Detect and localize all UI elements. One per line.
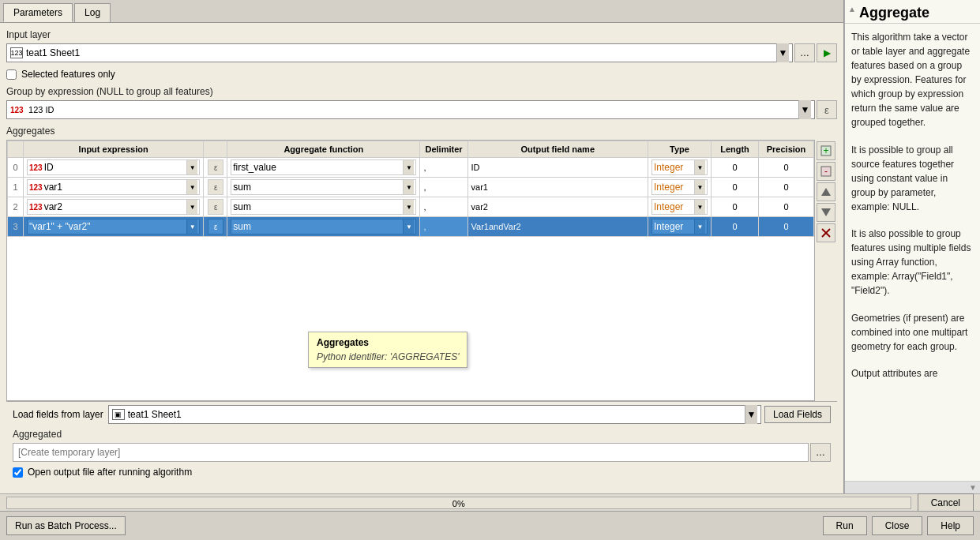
input-layer-refresh-btn[interactable]: ▶ (817, 43, 837, 62)
row3-input[interactable]: "var1" + "var2" ▼ (24, 217, 204, 237)
row1-agg-func[interactable]: sum ▼ (227, 178, 420, 197)
batch-process-button[interactable]: Run as Batch Process... (6, 516, 126, 535)
input-layer-combo[interactable]: 123 teat1 Sheet1 ▼ (6, 43, 793, 62)
aggregated-input[interactable] (13, 443, 809, 462)
row1-type[interactable]: Integer ▼ (648, 178, 712, 197)
row2-input-arrow[interactable]: ▼ (186, 200, 197, 214)
row1-agg-combo[interactable]: sum ▼ (231, 179, 416, 195)
row2-delim[interactable]: , (420, 197, 467, 217)
agg-add-btn[interactable]: + (817, 141, 835, 160)
row3-output-name[interactable]: Var1andVar2 (467, 217, 648, 237)
cancel-button[interactable]: Cancel (918, 493, 974, 512)
row2-type-arrow[interactable]: ▼ (694, 200, 705, 214)
row2-precision[interactable]: 0 (759, 197, 814, 217)
row1-expr-btn[interactable]: ε (208, 179, 223, 195)
row2-type[interactable]: Integer ▼ (648, 197, 712, 217)
row3-agg-func[interactable]: sum ▼ (227, 217, 420, 237)
row0-expr-btn[interactable]: ε (208, 159, 223, 175)
help-content: This algorithm take a vector or table la… (845, 24, 980, 481)
row3-expr-btn-cell[interactable]: ε (204, 217, 227, 237)
row0-type[interactable]: Integer ▼ (648, 158, 712, 178)
load-fields-button[interactable]: Load Fields (764, 406, 831, 423)
help-text-3: It is also possible to group features us… (851, 227, 974, 298)
row1-expr-btn-cell[interactable]: ε (204, 178, 227, 197)
row3-input-arrow[interactable]: ▼ (186, 219, 197, 234)
row0-expr-btn-cell[interactable]: ε (204, 158, 227, 178)
row2-input-val: var2 (44, 201, 62, 212)
row2-agg-combo[interactable]: sum ▼ (231, 199, 416, 215)
row3-type[interactable]: Integer ▼ (648, 217, 712, 237)
row1-input-arrow[interactable]: ▼ (186, 180, 197, 194)
row2-input-combo[interactable]: 123 var2 ▼ (27, 199, 200, 215)
row2-output-name[interactable]: var2 (467, 197, 648, 217)
row0-delim[interactable]: , (420, 158, 467, 178)
row1-input[interactable]: 123 var1 ▼ (24, 178, 204, 197)
row3-agg-val: sum (233, 221, 251, 232)
group-by-arrow[interactable]: ▼ (798, 100, 811, 119)
row3-agg-arrow[interactable]: ▼ (403, 219, 414, 234)
run-button[interactable]: Run (823, 516, 867, 535)
row3-agg-combo[interactable]: sum ▼ (231, 219, 416, 234)
load-fields-arrow[interactable]: ▼ (745, 405, 757, 424)
row3-type-combo[interactable]: Integer ▼ (651, 219, 708, 234)
row0-type-arrow[interactable]: ▼ (694, 160, 705, 174)
input-layer-browse-btn[interactable]: … (794, 43, 815, 62)
tab-log[interactable]: Log (74, 3, 111, 22)
row3-precision[interactable]: 0 (759, 217, 814, 237)
open-output-checkbox[interactable] (13, 467, 23, 478)
row1-precision[interactable]: 0 (759, 178, 814, 197)
right-panel: ▲ Aggregate This algorithm take a vector… (844, 0, 980, 493)
row1-delim[interactable]: , (420, 178, 467, 197)
row2-expr-btn-cell[interactable]: ε (204, 197, 227, 217)
row0-output-name[interactable]: ID (467, 158, 648, 178)
agg-remove-btn[interactable]: - (817, 162, 835, 181)
load-fields-combo[interactable]: ▣ teat1 Sheet1 ▼ (108, 405, 761, 424)
close-button[interactable]: Close (872, 516, 923, 535)
aggregated-browse-btn[interactable]: … (810, 443, 831, 462)
row2-length[interactable]: 0 (712, 197, 759, 217)
row2-input[interactable]: 123 var2 ▼ (24, 197, 204, 217)
row1-type-combo[interactable]: Integer ▼ (651, 179, 708, 195)
row2-expr-btn[interactable]: ε (208, 199, 223, 215)
col-delimiter: Delimiter (420, 141, 467, 158)
table-row[interactable]: 0 123 ID ▼ (8, 158, 814, 178)
row2-type-combo[interactable]: Integer ▼ (651, 199, 708, 215)
agg-delete-btn[interactable] (817, 223, 835, 242)
row3-length[interactable]: 0 (712, 217, 759, 237)
row1-agg-arrow[interactable]: ▼ (403, 180, 414, 194)
tab-parameters[interactable]: Parameters (3, 3, 73, 22)
table-row[interactable]: 2 123 var2 ▼ (8, 197, 814, 217)
input-layer-arrow[interactable]: ▼ (776, 43, 789, 62)
row1-length[interactable]: 0 (712, 178, 759, 197)
row1-type-arrow[interactable]: ▼ (694, 180, 705, 194)
row0-input-combo[interactable]: 123 ID ▼ (27, 159, 200, 175)
row0-agg-arrow[interactable]: ▼ (403, 160, 414, 174)
row0-input-arrow[interactable]: ▼ (186, 160, 197, 174)
agg-move-down-btn[interactable] (817, 203, 835, 222)
selected-features-checkbox[interactable] (6, 69, 17, 80)
row0-length[interactable]: 0 (712, 158, 759, 178)
group-by-combo[interactable]: 123 123 ID ▼ (6, 100, 815, 119)
scroll-down-indicator: ▼ (969, 483, 977, 492)
row0-input[interactable]: 123 ID ▼ (24, 158, 204, 178)
row3-type-arrow[interactable]: ▼ (694, 219, 705, 234)
tooltip-identifier: Python identifier: 'AGGREGATES' (317, 351, 459, 362)
row2-agg-arrow[interactable]: ▼ (403, 200, 414, 214)
row0-precision[interactable]: 0 (759, 158, 814, 178)
row1-output-name[interactable]: var1 (467, 178, 648, 197)
row0-agg-combo[interactable]: first_value ▼ (231, 159, 416, 175)
help-button[interactable]: Help (927, 516, 974, 535)
row1-input-combo[interactable]: 123 var1 ▼ (27, 179, 200, 195)
row0-agg-func[interactable]: first_value ▼ (227, 158, 420, 178)
group-by-expr-btn[interactable]: ε (817, 100, 837, 119)
group-by-row: 123 123 ID ▼ ε (6, 100, 837, 119)
input-layer-label: Input layer (6, 29, 837, 40)
row3-input-combo[interactable]: "var1" + "var2" ▼ (27, 219, 200, 234)
row3-expr-btn[interactable]: ε (208, 219, 223, 234)
row0-type-combo[interactable]: Integer ▼ (651, 159, 708, 175)
agg-move-up-btn[interactable] (817, 182, 835, 201)
table-row[interactable]: 3 "var1" + "var2" ▼ ε (8, 217, 814, 237)
row2-agg-func[interactable]: sum ▼ (227, 197, 420, 217)
row3-delim[interactable]: , (420, 217, 467, 237)
table-row[interactable]: 1 123 var1 ▼ (8, 178, 814, 197)
